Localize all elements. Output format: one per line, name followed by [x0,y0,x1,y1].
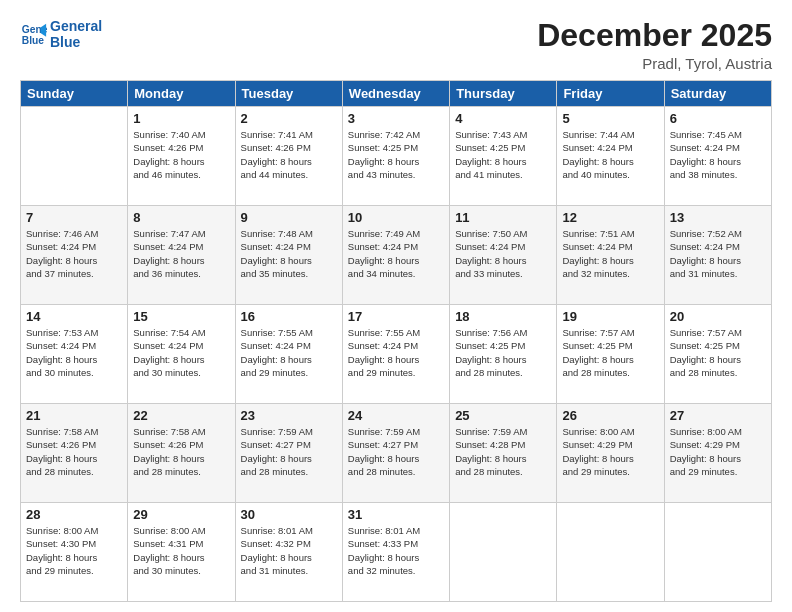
day-info: Sunrise: 7:50 AMSunset: 4:24 PMDaylight:… [455,227,551,280]
day-number: 26 [562,408,658,423]
day-number: 15 [133,309,229,324]
day-info: Sunrise: 8:00 AMSunset: 4:29 PMDaylight:… [562,425,658,478]
day-number: 8 [133,210,229,225]
calendar-cell: 8Sunrise: 7:47 AMSunset: 4:24 PMDaylight… [128,206,235,305]
day-info: Sunrise: 7:54 AMSunset: 4:24 PMDaylight:… [133,326,229,379]
calendar-cell: 11Sunrise: 7:50 AMSunset: 4:24 PMDayligh… [450,206,557,305]
day-number: 29 [133,507,229,522]
calendar-cell: 13Sunrise: 7:52 AMSunset: 4:24 PMDayligh… [664,206,771,305]
day-info: Sunrise: 7:56 AMSunset: 4:25 PMDaylight:… [455,326,551,379]
day-info: Sunrise: 7:59 AMSunset: 4:27 PMDaylight:… [348,425,444,478]
calendar-cell: 24Sunrise: 7:59 AMSunset: 4:27 PMDayligh… [342,404,449,503]
weekday-header-thursday: Thursday [450,81,557,107]
day-number: 9 [241,210,337,225]
day-number: 20 [670,309,766,324]
day-number: 4 [455,111,551,126]
day-info: Sunrise: 7:59 AMSunset: 4:28 PMDaylight:… [455,425,551,478]
calendar-cell: 7Sunrise: 7:46 AMSunset: 4:24 PMDaylight… [21,206,128,305]
day-number: 27 [670,408,766,423]
calendar-cell: 19Sunrise: 7:57 AMSunset: 4:25 PMDayligh… [557,305,664,404]
weekday-header-monday: Monday [128,81,235,107]
day-number: 12 [562,210,658,225]
day-info: Sunrise: 8:01 AMSunset: 4:33 PMDaylight:… [348,524,444,577]
day-number: 22 [133,408,229,423]
day-info: Sunrise: 7:42 AMSunset: 4:25 PMDaylight:… [348,128,444,181]
day-number: 19 [562,309,658,324]
calendar-week-row: 7Sunrise: 7:46 AMSunset: 4:24 PMDaylight… [21,206,772,305]
calendar-cell: 9Sunrise: 7:48 AMSunset: 4:24 PMDaylight… [235,206,342,305]
day-number: 2 [241,111,337,126]
day-info: Sunrise: 7:53 AMSunset: 4:24 PMDaylight:… [26,326,122,379]
day-number: 25 [455,408,551,423]
day-info: Sunrise: 7:45 AMSunset: 4:24 PMDaylight:… [670,128,766,181]
calendar-cell: 14Sunrise: 7:53 AMSunset: 4:24 PMDayligh… [21,305,128,404]
logo-icon: General Blue [20,20,48,48]
month-title: December 2025 [537,18,772,53]
calendar-cell [664,503,771,602]
weekday-header-tuesday: Tuesday [235,81,342,107]
logo: General Blue General Blue [20,18,102,50]
day-info: Sunrise: 7:49 AMSunset: 4:24 PMDaylight:… [348,227,444,280]
calendar-cell [21,107,128,206]
day-info: Sunrise: 7:40 AMSunset: 4:26 PMDaylight:… [133,128,229,181]
calendar-cell: 3Sunrise: 7:42 AMSunset: 4:25 PMDaylight… [342,107,449,206]
day-number: 1 [133,111,229,126]
day-info: Sunrise: 7:55 AMSunset: 4:24 PMDaylight:… [348,326,444,379]
day-number: 7 [26,210,122,225]
day-number: 5 [562,111,658,126]
day-info: Sunrise: 7:57 AMSunset: 4:25 PMDaylight:… [670,326,766,379]
weekday-header-wednesday: Wednesday [342,81,449,107]
day-info: Sunrise: 7:55 AMSunset: 4:24 PMDaylight:… [241,326,337,379]
calendar-cell: 12Sunrise: 7:51 AMSunset: 4:24 PMDayligh… [557,206,664,305]
calendar-week-row: 28Sunrise: 8:00 AMSunset: 4:30 PMDayligh… [21,503,772,602]
day-number: 3 [348,111,444,126]
day-number: 17 [348,309,444,324]
day-number: 21 [26,408,122,423]
day-info: Sunrise: 7:44 AMSunset: 4:24 PMDaylight:… [562,128,658,181]
page: General Blue General Blue December 2025 … [0,0,792,612]
calendar-cell [557,503,664,602]
day-info: Sunrise: 7:43 AMSunset: 4:25 PMDaylight:… [455,128,551,181]
day-number: 28 [26,507,122,522]
day-number: 30 [241,507,337,522]
calendar-cell: 20Sunrise: 7:57 AMSunset: 4:25 PMDayligh… [664,305,771,404]
day-number: 14 [26,309,122,324]
calendar-cell: 5Sunrise: 7:44 AMSunset: 4:24 PMDaylight… [557,107,664,206]
calendar-cell: 23Sunrise: 7:59 AMSunset: 4:27 PMDayligh… [235,404,342,503]
day-info: Sunrise: 8:00 AMSunset: 4:31 PMDaylight:… [133,524,229,577]
weekday-header-saturday: Saturday [664,81,771,107]
calendar-cell: 1Sunrise: 7:40 AMSunset: 4:26 PMDaylight… [128,107,235,206]
calendar-cell: 4Sunrise: 7:43 AMSunset: 4:25 PMDaylight… [450,107,557,206]
day-number: 31 [348,507,444,522]
location: Pradl, Tyrol, Austria [537,55,772,72]
day-number: 18 [455,309,551,324]
weekday-header-row: SundayMondayTuesdayWednesdayThursdayFrid… [21,81,772,107]
day-number: 24 [348,408,444,423]
day-info: Sunrise: 8:00 AMSunset: 4:30 PMDaylight:… [26,524,122,577]
day-number: 10 [348,210,444,225]
calendar-week-row: 1Sunrise: 7:40 AMSunset: 4:26 PMDaylight… [21,107,772,206]
day-number: 16 [241,309,337,324]
day-info: Sunrise: 7:57 AMSunset: 4:25 PMDaylight:… [562,326,658,379]
calendar-cell: 17Sunrise: 7:55 AMSunset: 4:24 PMDayligh… [342,305,449,404]
calendar-cell: 21Sunrise: 7:58 AMSunset: 4:26 PMDayligh… [21,404,128,503]
day-info: Sunrise: 7:41 AMSunset: 4:26 PMDaylight:… [241,128,337,181]
calendar-cell: 16Sunrise: 7:55 AMSunset: 4:24 PMDayligh… [235,305,342,404]
calendar-week-row: 21Sunrise: 7:58 AMSunset: 4:26 PMDayligh… [21,404,772,503]
calendar-week-row: 14Sunrise: 7:53 AMSunset: 4:24 PMDayligh… [21,305,772,404]
calendar-cell: 27Sunrise: 8:00 AMSunset: 4:29 PMDayligh… [664,404,771,503]
calendar-cell: 6Sunrise: 7:45 AMSunset: 4:24 PMDaylight… [664,107,771,206]
calendar-cell: 28Sunrise: 8:00 AMSunset: 4:30 PMDayligh… [21,503,128,602]
svg-text:Blue: Blue [22,35,45,46]
calendar-cell: 25Sunrise: 7:59 AMSunset: 4:28 PMDayligh… [450,404,557,503]
day-info: Sunrise: 7:52 AMSunset: 4:24 PMDaylight:… [670,227,766,280]
day-info: Sunrise: 7:51 AMSunset: 4:24 PMDaylight:… [562,227,658,280]
day-number: 11 [455,210,551,225]
weekday-header-friday: Friday [557,81,664,107]
day-info: Sunrise: 7:59 AMSunset: 4:27 PMDaylight:… [241,425,337,478]
calendar-cell: 2Sunrise: 7:41 AMSunset: 4:26 PMDaylight… [235,107,342,206]
day-info: Sunrise: 7:46 AMSunset: 4:24 PMDaylight:… [26,227,122,280]
day-info: Sunrise: 7:58 AMSunset: 4:26 PMDaylight:… [26,425,122,478]
calendar-cell [450,503,557,602]
calendar-cell: 10Sunrise: 7:49 AMSunset: 4:24 PMDayligh… [342,206,449,305]
